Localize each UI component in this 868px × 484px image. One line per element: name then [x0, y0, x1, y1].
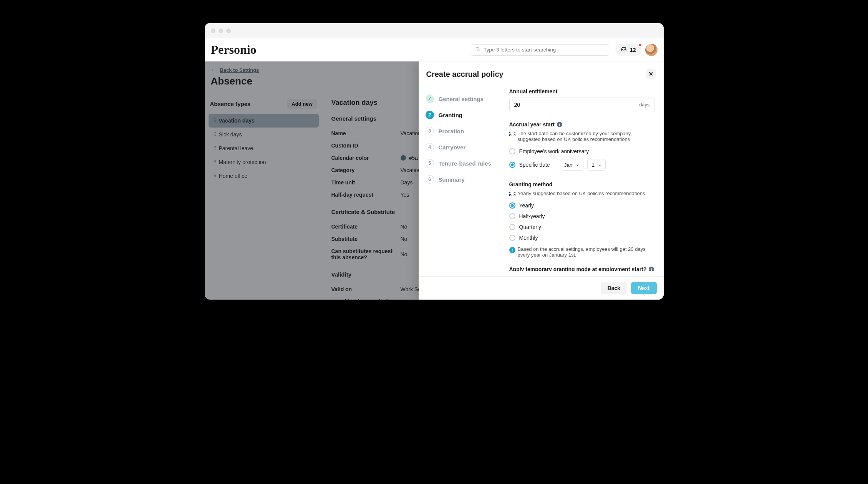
- add-new-button[interactable]: Add new: [287, 99, 317, 109]
- radio-icon: [509, 148, 515, 154]
- info-icon[interactable]: i: [557, 122, 562, 127]
- field-value: No: [401, 248, 407, 260]
- sidebar-item[interactable]: ⠿Parental leave: [209, 141, 319, 155]
- radio-quarterly[interactable]: Quarterly: [509, 222, 654, 232]
- window-titlebar: [205, 23, 664, 38]
- search-input[interactable]: [484, 47, 605, 53]
- granting-summary: i Based on the accrual settings, employe…: [509, 246, 654, 258]
- radio-half-yearly[interactable]: Half-yearly: [509, 211, 654, 222]
- radio-monthly[interactable]: Monthly: [509, 232, 654, 243]
- accrual-year-start-label: Accrual year start i: [509, 121, 654, 128]
- radio-icon: [509, 224, 515, 230]
- day-select[interactable]: 1: [587, 159, 606, 171]
- uk-flag-icon: [509, 132, 515, 136]
- field-label: Valid on: [331, 286, 401, 292]
- wizard-steps: ✓General settings2Granting3Proration4Car…: [426, 88, 508, 271]
- radio-specific-date[interactable]: Specific date Jan 1: [509, 157, 654, 173]
- drag-handle-icon[interactable]: ⠿: [213, 118, 216, 123]
- field-label: Half-day request: [331, 192, 401, 198]
- field-label: Calendar color: [331, 155, 401, 161]
- wizard-step[interactable]: 6Summary: [426, 171, 508, 187]
- search-box[interactable]: [471, 44, 609, 56]
- absence-type-list: ⠿Vacation days⠿Sick days⠿Parental leave⠿…: [209, 114, 319, 183]
- field-label: Substitute: [331, 236, 401, 242]
- granting-method-label: Granting method: [509, 181, 654, 187]
- traffic-light-min[interactable]: [219, 28, 223, 33]
- avatar[interactable]: [645, 44, 658, 56]
- field-label: Category: [331, 167, 401, 173]
- sidebar-item[interactable]: ⠿Sick days: [209, 128, 319, 141]
- topbar-right: 12: [471, 44, 658, 56]
- close-button[interactable]: ✕: [646, 69, 656, 79]
- wizard-step[interactable]: ✓General settings: [426, 91, 508, 107]
- form-panel: Annual entitlement days Accrual year sta…: [509, 88, 657, 271]
- field-label: Time unit: [331, 179, 401, 186]
- radio-icon: [509, 235, 515, 241]
- step-number-icon: 4: [426, 143, 434, 151]
- field-value: No: [401, 224, 407, 230]
- drawer: Create accrual policy ✕ ✓General setting…: [419, 61, 664, 300]
- info-icon[interactable]: i: [649, 267, 654, 271]
- step-label: General settings: [439, 96, 484, 102]
- drag-handle-icon[interactable]: ⠿: [213, 173, 216, 179]
- search-icon: [475, 46, 480, 53]
- radio-icon: [509, 162, 515, 168]
- inbox-icon: [621, 46, 627, 53]
- field-value: No: [401, 298, 407, 300]
- field-value: Yes: [401, 192, 409, 198]
- next-button[interactable]: Next: [631, 282, 656, 294]
- sidebar-item-label: Sick days: [219, 131, 242, 138]
- sidebar-item-label: Maternity protection: [219, 159, 266, 165]
- close-icon: ✕: [648, 71, 653, 77]
- traffic-light-close[interactable]: [211, 28, 215, 33]
- color-swatch-icon: [401, 155, 406, 161]
- wizard-step[interactable]: 5Tenure-based rules: [426, 155, 508, 171]
- radio-icon: [509, 202, 515, 209]
- step-label: Carryover: [439, 144, 466, 151]
- content-area: ← Back to Settings Absence Absence types…: [205, 61, 664, 300]
- sidebar: Absence types Add new ⠿Vacation days⠿Sic…: [205, 93, 323, 300]
- granting-method-hint: Yearly suggested based on UK policies re…: [509, 191, 654, 196]
- sidebar-item[interactable]: ⠿Vacation days: [209, 114, 319, 128]
- traffic-light-max[interactable]: [226, 28, 231, 33]
- logo: Personio: [211, 43, 257, 57]
- month-select[interactable]: Jan: [560, 159, 584, 171]
- wizard-step[interactable]: 2Granting: [426, 107, 508, 123]
- radio-anniversary[interactable]: Employee's work anniversary: [509, 146, 654, 157]
- annual-entitlement-input[interactable]: [509, 98, 654, 112]
- info-icon: i: [509, 247, 515, 253]
- sidebar-item-label: Vacation days: [219, 118, 255, 124]
- sidebar-item-label: Home office: [219, 173, 247, 179]
- field-label: Custom ID: [331, 143, 401, 149]
- step-number-icon: 3: [426, 127, 434, 135]
- back-button[interactable]: Back: [601, 282, 627, 294]
- drawer-footer: Back Next: [419, 276, 664, 300]
- annual-entitlement-label: Annual entitlement: [509, 88, 654, 94]
- field-label: Name: [331, 130, 401, 136]
- step-number-icon: ✓: [426, 94, 434, 103]
- inbox-pill[interactable]: 12: [615, 44, 641, 56]
- inbox-count: 12: [630, 47, 636, 53]
- svg-point-0: [476, 47, 479, 50]
- field-label: Consider time tracked during absence: [331, 298, 401, 300]
- temp-granting-label: Apply temporary granting mode at employm…: [509, 266, 654, 271]
- back-link[interactable]: Back to Settings: [220, 67, 259, 73]
- accrual-hint: The start date can be customized by your…: [509, 131, 654, 142]
- field-label: Certificate: [331, 224, 401, 230]
- step-number-icon: 5: [426, 159, 434, 167]
- drag-handle-icon[interactable]: ⠿: [213, 159, 216, 165]
- sidebar-item[interactable]: ⠿Maternity protection: [209, 155, 319, 169]
- sidebar-item[interactable]: ⠿Home office: [209, 169, 319, 183]
- step-label: Tenure-based rules: [439, 160, 491, 167]
- app-window: Personio 12 ← Back to Settings: [205, 23, 664, 300]
- drag-handle-icon[interactable]: ⠿: [213, 132, 216, 137]
- field-label: Can substitutes request this absence?: [331, 248, 401, 260]
- wizard-step[interactable]: 3Proration: [426, 123, 508, 139]
- field-value: No: [401, 236, 407, 242]
- radio-yearly[interactable]: Yearly: [509, 200, 654, 211]
- topbar: Personio 12: [205, 38, 664, 61]
- drag-handle-icon[interactable]: ⠿: [213, 146, 216, 151]
- wizard-step[interactable]: 4Carryover: [426, 139, 508, 155]
- sidebar-title: Absence types: [210, 101, 251, 107]
- svg-line-1: [479, 50, 480, 51]
